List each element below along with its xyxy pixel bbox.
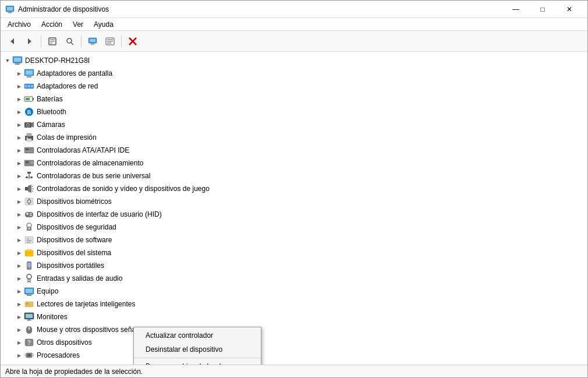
svg-point-41 [27,124,29,126]
expand-icon[interactable]: ▶ [15,158,24,168]
svg-rect-97 [27,320,31,321]
ctx-separator-1 [134,358,261,358]
list-item[interactable]: ▶ Baterías [1,93,587,105]
list-item[interactable]: ▶ Dispositivos biométricos [1,195,587,208]
list-item[interactable]: ▼ Teclados [1,362,587,365]
expand-icon[interactable]: ▶ [15,261,24,270]
svg-rect-91 [26,294,33,295]
list-item[interactable]: ▶ Controladoras de bus serie universal [1,169,587,182]
svg-marker-4 [10,38,14,44]
list-item[interactable]: ▶ Adaptadores de red [1,80,587,93]
search-button[interactable] [62,34,78,49]
svg-rect-27 [26,70,33,75]
list-item[interactable]: ▶ Colas de impresión [1,131,587,144]
list-item[interactable]: ▶ Dispositivos portátiles [1,259,587,272]
menu-ver[interactable]: Ver [68,19,88,30]
window-controls: — □ ✕ [502,1,583,18]
expand-icon[interactable]: ▶ [15,312,24,322]
list-item[interactable]: ▶ Controladoras de sonido y vídeo y disp… [1,182,587,195]
svg-rect-92 [25,302,33,307]
list-item[interactable]: ▶ Controladoras ATA/ATAPI IDE [1,144,587,157]
svg-rect-89 [26,289,33,293]
computer-button[interactable] [84,34,101,49]
status-text: Abre la hoja de propiedades de la selecc… [5,368,143,376]
properties-toolbar-button[interactable] [44,34,61,49]
expand-icon[interactable]: ▶ [15,222,24,232]
svg-rect-104 [27,354,31,356]
list-item[interactable]: ▶ Lectores de tarjetas inteligentes [1,298,587,310]
list-item[interactable]: ▶ Equipo [1,285,587,298]
list-item[interactable]: ▶ Entradas y salidas de audio [1,272,587,285]
svg-rect-34 [26,98,30,100]
svg-rect-2 [8,12,12,13]
root-label: DESKTOP-RH21G8I [25,56,90,65]
svg-rect-82 [27,263,31,267]
svg-rect-70 [30,215,32,216]
menu-accion[interactable]: Acción [37,19,67,30]
menu-archivo[interactable]: Archivo [3,19,36,30]
expand-icon[interactable]: ▶ [15,82,24,91]
list-item[interactable]: ▶ Cámaras [1,118,587,131]
expand-icon[interactable]: ▶ [15,235,24,245]
toolbar-separator-1 [41,36,41,47]
expand-icon[interactable]: ▶ [15,210,24,219]
expand-icon[interactable]: ▼ [15,363,24,365]
expand-icon[interactable]: ▶ [15,299,24,309]
svg-point-68 [26,213,29,215]
toolbar [1,31,587,52]
tree-root[interactable]: ▼ DESKTOP-RH21G8I [1,54,587,67]
svg-rect-77 [25,250,33,256]
expand-icon[interactable]: ▶ [15,107,24,116]
ctx-buscar-cambios[interactable]: Buscar cambios de hardware [134,359,261,365]
back-button[interactable] [4,34,20,49]
svg-rect-47 [26,149,29,150]
svg-point-32 [31,85,33,87]
svg-rect-14 [91,44,94,45]
device-tree[interactable]: ▼ DESKTOP-RH21G8I ▶ Adapta [1,52,587,365]
expand-icon[interactable]: ▶ [15,171,24,181]
menu-ayuda[interactable]: Ayuda [89,19,118,30]
list-item[interactable]: ▶ Dispositivos del sistema [1,246,587,259]
forward-button[interactable] [22,34,38,49]
menu-bar: Archivo Acción Ver Ayuda [1,18,587,31]
delete-button[interactable] [125,34,141,49]
expand-icon[interactable]: ▶ [15,69,24,78]
svg-line-11 [71,43,73,45]
list-item[interactable]: ▶ B Bluetooth [1,105,587,118]
expand-icon[interactable]: ▶ [15,287,24,296]
expand-icon[interactable]: ▶ [15,197,24,206]
svg-rect-44 [27,139,31,142]
expand-icon[interactable]: ▶ [15,274,24,283]
expand-icon[interactable]: ▶ [15,248,24,257]
expand-icon[interactable]: ▶ [15,146,24,155]
svg-line-60 [32,186,33,187]
svg-rect-78 [26,249,32,251]
list-item[interactable]: ▶ Procesadores [1,349,587,362]
minimize-button[interactable]: — [502,1,529,18]
list-item[interactable]: ▶ Dispositivos de interfaz de usuario (H… [1,208,587,221]
root-expand-icon[interactable]: ▼ [3,56,12,65]
svg-rect-43 [27,133,31,136]
ctx-actualizar-controlador[interactable]: Actualizar controlador [134,328,261,342]
expand-icon[interactable]: ▶ [15,351,24,360]
maximize-button[interactable]: □ [529,1,556,18]
list-item[interactable]: ▶ Mouse y otros dispositivos señaladores [1,323,587,336]
ctx-desinstalar-dispositivo[interactable]: Desinstalar el dispositivo [134,342,261,356]
list-item[interactable]: ▶ Controladoras de almacenamiento [1,157,587,169]
expand-icon[interactable]: ▶ [15,325,24,334]
list-button[interactable] [102,34,118,49]
expand-icon[interactable]: ▶ [15,120,24,129]
svg-rect-50 [26,161,29,163]
expand-icon[interactable]: ▶ [15,94,24,104]
list-item[interactable]: ▶ Monitores [1,310,587,323]
toolbar-separator-3 [121,36,122,47]
svg-marker-39 [31,122,34,128]
close-button[interactable]: ✕ [556,1,583,18]
list-item[interactable]: ▶ ? Otros dispositivos [1,336,587,349]
list-item[interactable]: ▶ Dispositivos de software [1,234,587,246]
expand-icon[interactable]: ▶ [15,184,24,193]
expand-icon[interactable]: ▶ [15,133,24,142]
list-item[interactable]: ▶ Dispositivos de seguridad [1,221,587,234]
list-item[interactable]: ▶ Adaptadores de pantalla [1,67,587,80]
expand-icon[interactable]: ▶ [15,338,24,347]
